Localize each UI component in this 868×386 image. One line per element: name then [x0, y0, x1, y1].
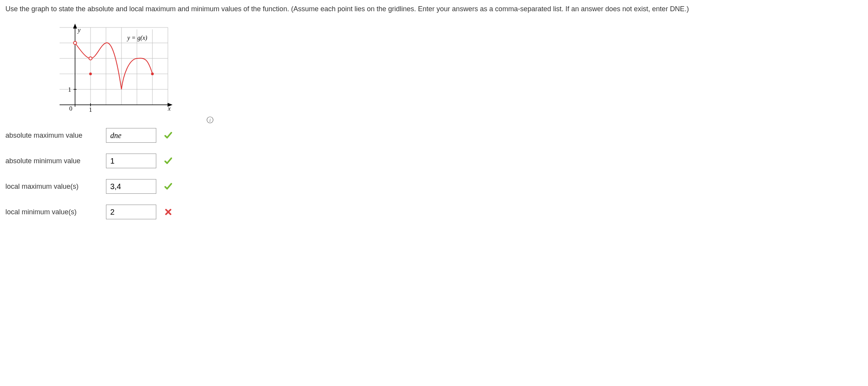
- label-absolute-max: absolute maximum value: [5, 132, 106, 140]
- svg-point-19: [73, 41, 77, 44]
- x-icon: [164, 208, 173, 216]
- y-axis-label: y: [77, 27, 81, 34]
- check-icon: [164, 157, 173, 165]
- check-icon: [164, 131, 173, 140]
- answer-row-local-min: local minimum value(s): [5, 205, 863, 219]
- answer-row-local-max: local maximum value(s): [5, 179, 863, 194]
- answer-row-absolute-max: absolute maximum value: [5, 128, 863, 143]
- origin-label: 0: [69, 105, 72, 112]
- input-local-max[interactable]: [106, 179, 156, 194]
- answers-section: absolute maximum value absolute minimum …: [5, 128, 863, 219]
- svg-point-21: [89, 73, 92, 75]
- svg-point-20: [89, 57, 92, 60]
- input-local-min[interactable]: [106, 205, 156, 219]
- answer-row-absolute-min: absolute minimum value: [5, 154, 863, 168]
- x-axis-label: x: [167, 105, 171, 112]
- label-local-max: local maximum value(s): [5, 183, 106, 191]
- graph-svg: y x 0 1 1 y = g(x): [56, 24, 176, 116]
- svg-text:i: i: [209, 118, 210, 123]
- question-text: Use the graph to state the absolute and …: [5, 4, 863, 14]
- graph-container: y x 0 1 1 y = g(x) i: [56, 24, 863, 116]
- x-tick-1: 1: [89, 106, 92, 113]
- label-absolute-min: absolute minimum value: [5, 157, 106, 165]
- input-absolute-max[interactable]: [106, 128, 156, 143]
- input-absolute-min[interactable]: [106, 154, 156, 168]
- y-tick-1: 1: [68, 86, 71, 93]
- svg-point-22: [151, 73, 154, 75]
- check-icon: [164, 182, 173, 191]
- curve-label: y = g(x): [126, 34, 147, 41]
- info-icon[interactable]: i: [207, 116, 214, 123]
- svg-marker-14: [73, 24, 77, 28]
- label-local-min: local minimum value(s): [5, 208, 106, 216]
